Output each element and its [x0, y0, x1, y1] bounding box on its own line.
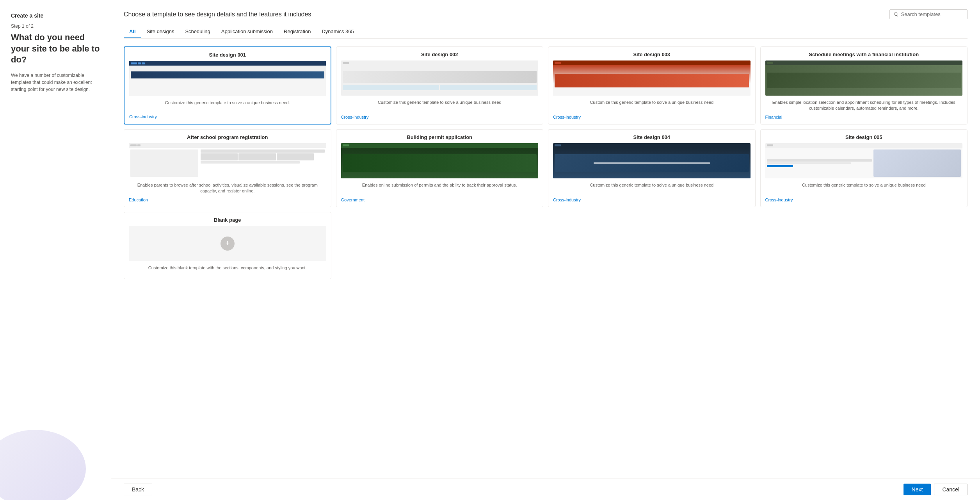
template-card-schedule-financial[interactable]: Schedule meetings with a financial insti… [760, 46, 968, 125]
search-input[interactable] [901, 11, 963, 17]
card-thumbnail [765, 60, 963, 96]
card-thumbnail [129, 143, 326, 178]
card-title: Schedule meetings with a financial insti… [765, 52, 963, 57]
tab-application-submission[interactable]: Application submission [216, 25, 278, 38]
card-title: Blank page [129, 217, 326, 223]
template-card-site-design-001[interactable]: Site design 001 [124, 46, 331, 125]
card-description: Enables parents to browse after school a… [129, 182, 326, 194]
back-button[interactable]: Back [124, 484, 152, 495]
card-thumbnail [553, 143, 751, 178]
card-title: Site design 004 [553, 134, 751, 140]
card-tag: Government [341, 198, 539, 202]
card-title: Site design 001 [129, 52, 326, 58]
search-icon [894, 12, 899, 17]
blank-plus-icon: + [221, 237, 235, 251]
main-panel: Choose a template to see design details … [111, 0, 980, 500]
card-description: Enables online submission of permits and… [341, 182, 539, 194]
card-title: Site design 003 [553, 52, 751, 57]
template-card-site-design-004[interactable]: Site design 004 Customize this generic t… [548, 129, 756, 207]
tab-site-designs[interactable]: Site designs [141, 25, 180, 38]
main-content: Choose a template to see design details … [111, 0, 980, 479]
main-header: Choose a template to see design details … [124, 9, 968, 19]
tab-registration[interactable]: Registration [278, 25, 316, 38]
tab-scheduling[interactable]: Scheduling [180, 25, 215, 38]
card-thumbnail [129, 61, 326, 96]
card-thumbnail [341, 143, 539, 178]
card-description: Enables simple location selection and ap… [765, 100, 963, 112]
card-title: Building permit application [341, 134, 539, 140]
card-description: Customize this generic template to solve… [765, 182, 963, 194]
next-button[interactable]: Next [904, 484, 931, 495]
card-description: Customize this generic template to solve… [553, 182, 751, 194]
card-tag: Cross-industry [129, 114, 326, 119]
card-title: Site design 005 [765, 134, 963, 140]
app-title: Create a site [11, 12, 100, 19]
choose-template-title: Choose a template to see design details … [124, 11, 311, 18]
template-grid: Site design 001 [124, 46, 968, 279]
template-card-blank-page[interactable]: Blank page + Customize this blank templa… [124, 212, 331, 279]
card-thumbnail [553, 60, 751, 96]
card-title: After school program registration [129, 134, 326, 140]
card-description: Customize this blank template with the s… [129, 265, 326, 271]
template-card-site-design-005[interactable]: Site design 005 Customize this ge [760, 129, 968, 207]
card-description: Customize this generic template to solve… [129, 100, 326, 111]
card-tag: Education [129, 198, 326, 202]
card-thumbnail: + [129, 226, 326, 261]
step-label: Step 1 of 2 [11, 23, 100, 29]
template-card-site-design-003[interactable]: Site design 003 Customize t [548, 46, 756, 125]
footer-bar: Back Next Cancel [111, 479, 980, 500]
tab-all[interactable]: All [124, 25, 141, 38]
card-description: Customize this generic template to solve… [553, 100, 751, 112]
tab-dynamics365[interactable]: Dynamics 365 [316, 25, 359, 38]
template-card-site-design-002[interactable]: Site design 002 [336, 46, 544, 125]
template-card-building-permit[interactable]: Building permit application [336, 129, 544, 207]
left-footer: Back [124, 484, 152, 495]
card-tag: Financial [765, 115, 963, 119]
card-tag: Cross-industry [553, 115, 751, 119]
card-description: Customize this generic template to solve… [341, 100, 539, 112]
panel-description: We have a number of customizable templat… [11, 72, 100, 93]
card-thumbnail [765, 143, 963, 178]
left-panel: Create a site Step 1 of 2 What do you ne… [0, 0, 111, 500]
card-tag: Cross-industry [553, 198, 751, 202]
panel-heading: What do you need your site to be able to… [11, 32, 100, 66]
template-card-after-school[interactable]: After school program registration [124, 129, 331, 207]
card-tag: Cross-industry [765, 198, 963, 202]
decoration [0, 430, 86, 500]
cancel-button[interactable]: Cancel [934, 484, 968, 495]
tabs-bar: All Site designs Scheduling Application … [124, 25, 968, 39]
search-box[interactable] [889, 9, 968, 19]
card-tag: Cross-industry [341, 115, 539, 119]
card-title: Site design 002 [341, 52, 539, 57]
card-thumbnail [341, 60, 539, 96]
